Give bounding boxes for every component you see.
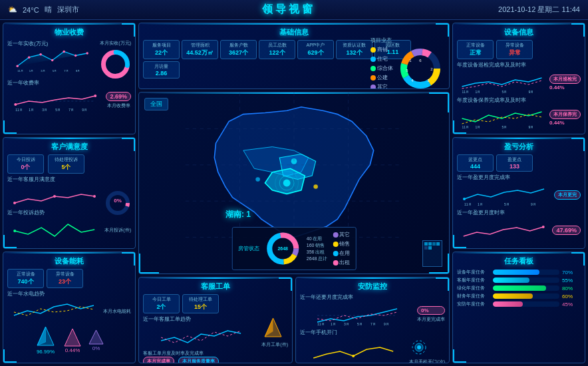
kefu-trend-label: 近一年客服工单趋势 — [143, 315, 259, 323]
pyramid-1 — [34, 325, 57, 349]
fangchan-legend-xiaoshou: 销售 — [333, 240, 350, 248]
fangchan-panel: 房管状态 2648 40 在用 160 销售 356 出租 2 — [232, 227, 357, 270]
svg-text:5月: 5月 — [357, 322, 363, 325]
weather-icon: ⛅ — [8, 5, 17, 14]
yixiang-percent: 47.69% — [552, 226, 581, 235]
info-area: 管理面积 44.52万㎡ — [182, 40, 218, 59]
svg-text:1月: 1月 — [331, 322, 336, 325]
info-service: 服务项目 22个 — [143, 40, 180, 59]
svg-text:9月: 9月 — [531, 202, 536, 206]
kehu-panel: 客户满意度 今日投诉 0个 待处理投诉 5个 近一年客服月满意度 — [3, 137, 136, 249]
task-lvhua: 绿化年度任务 80% — [457, 285, 581, 291]
shebei-neng-title: 设备能耗 — [7, 256, 131, 266]
svg-text:1: 1 — [409, 59, 412, 63]
weather-desc: 晴 — [45, 5, 52, 15]
kefu-month-service: 本月服务质量率 — [178, 357, 219, 363]
svg-text:7月: 7月 — [64, 69, 68, 72]
wuye-rate-label: 近一年收费率 — [7, 79, 131, 87]
svg-text:7月: 7月 — [370, 322, 376, 325]
yixiang-trend1: 近一年盈更月度完成率 — [457, 174, 581, 181]
shebei-rate2-label: 年度设备保养完成率及及时率 — [457, 96, 581, 104]
datetime: 2021-10-12 星期二 11:44 — [498, 5, 580, 15]
top-bar: ⛅ 24°C 晴 深圳市 领导视窗 2021-10-12 星期二 11:44 — [0, 0, 588, 20]
svg-text:5: 5 — [406, 69, 408, 73]
svg-text:9月: 9月 — [82, 108, 87, 111]
kehu-title: 客户满意度 — [7, 142, 131, 152]
fangchan-legend-chuzhu: 出租 — [333, 259, 350, 266]
anfang-percent: 0% — [417, 306, 445, 315]
svg-text:11月: 11月 — [464, 202, 472, 206]
svg-point-2 — [39, 53, 42, 56]
legend-qita: 其它 — [370, 83, 393, 89]
pyramid-3 — [88, 329, 104, 345]
svg-marker-34 — [89, 330, 103, 344]
svg-point-0 — [16, 65, 19, 68]
wuye-donut — [100, 49, 130, 79]
shebei-info-panel: 设备信息 正常设备 正常 异常设备 异常 年度设备巡检完成率及及时率 11月 — [452, 23, 585, 134]
wuye-rate-value: 2.69% — [106, 92, 131, 101]
top-bar-left: ⛅ 24°C 晴 深圳市 — [8, 5, 79, 15]
yixiang-trend1-chart: 11月 1月 5月 9月 — [457, 182, 551, 206]
svg-point-93 — [542, 226, 545, 228]
kehu-today: 今日投诉 0个 — [7, 154, 44, 174]
svg-point-27 — [93, 195, 96, 198]
svg-text:5月: 5月 — [502, 125, 508, 128]
kefu-today: 今日工单 2个 — [143, 294, 180, 313]
yixiang-red: 盈更点 133 — [496, 154, 533, 172]
svg-marker-32 — [37, 327, 46, 345]
legend-gongjian: 公建 — [370, 74, 393, 81]
svg-point-79 — [417, 345, 421, 349]
svg-text:5月: 5月 — [55, 108, 61, 111]
svg-text:9月: 9月 — [76, 69, 80, 72]
renwu-title: 任务看板 — [457, 256, 581, 266]
info-staff: 员工总数 122个 — [259, 40, 295, 59]
svg-text:11月: 11月 — [17, 69, 23, 72]
svg-text:11月: 11月 — [317, 322, 325, 325]
svg-text:1月: 1月 — [478, 202, 483, 206]
info-visit: 月访量 2.86 — [143, 61, 180, 79]
kefu-completion-label: 客服工单月度及时率及完成率 — [143, 350, 288, 357]
svg-text:11月: 11月 — [462, 90, 470, 93]
shebei-info-normal: 正常设备 正常 — [457, 40, 494, 59]
kefu-pending: 待处理工单 15个 — [182, 294, 219, 313]
shebei-water-chart — [7, 299, 100, 322]
svg-text:5月: 5月 — [53, 69, 57, 72]
renwu-panel: 任务看板 设备年度任务 70% 客服年度任务 55% 绿化年度任务 — [452, 252, 585, 363]
temperature: 24°C — [23, 6, 39, 14]
anfang-gate-icon — [409, 337, 429, 357]
svg-text:11月: 11月 — [15, 108, 23, 111]
kefu-panel: 客服工单 今日工单 2个 待处理工单 15个 近一年客服工单趋势 — [138, 277, 293, 363]
shebei-water-month: 本月水电能耗 — [103, 308, 131, 315]
kefu-month-label: 本月工单(件) — [261, 341, 288, 348]
task-caiwu: 财务年度任务 60% — [457, 293, 581, 299]
kehu-satisfaction-chart — [7, 184, 102, 208]
svg-text:9月: 9月 — [529, 90, 534, 93]
wuye-line-chart: 11月 1月 3月 5月 7月 9月 — [7, 49, 97, 72]
fangchan-donut: 2648 — [265, 230, 301, 267]
svg-point-6 — [86, 52, 88, 55]
wuye-current-label: 本月实收(万元) — [100, 40, 131, 47]
anfang-title: 安防监控 — [300, 281, 445, 291]
legend-zhuzhai: 住宅 — [370, 55, 393, 63]
shebei-val1: 0.44% — [549, 85, 581, 91]
kehu-complaint-month: 本月投诉(件) — [104, 227, 131, 234]
svg-point-5 — [74, 55, 77, 57]
task-kefu: 客服年度任务 55% — [457, 277, 581, 283]
anfang-gate-label: 近一年手机开门 — [300, 329, 445, 336]
legend-zonghe: 综合体 — [370, 65, 393, 72]
svg-point-50 — [255, 177, 260, 182]
shebei-rate1-label: 年度设备巡检完成率及及时率 — [457, 61, 581, 69]
shebei-abnormal: 异常设备 23个 — [47, 269, 83, 288]
svg-text:1月: 1月 — [476, 125, 481, 128]
shebei-normal: 正常设备 740个 — [7, 269, 44, 288]
kefu-month-complete: 本月完成率 — [143, 357, 174, 363]
svg-text:2: 2 — [430, 67, 433, 71]
efficiency-3: 0% — [92, 345, 100, 351]
anfang-month-label: 本月更完成率 — [417, 316, 445, 323]
city: 深圳市 — [57, 5, 79, 15]
task-shebei: 设备年度任务 70% — [457, 269, 581, 275]
shebei-info-abnormal: 异常设备 异常 — [496, 40, 533, 59]
svg-point-25 — [13, 202, 16, 204]
project-status-donut: 6 2 3 4 5 1 — [397, 45, 444, 89]
yixiang-month-rate: 本月更完 — [554, 190, 581, 200]
